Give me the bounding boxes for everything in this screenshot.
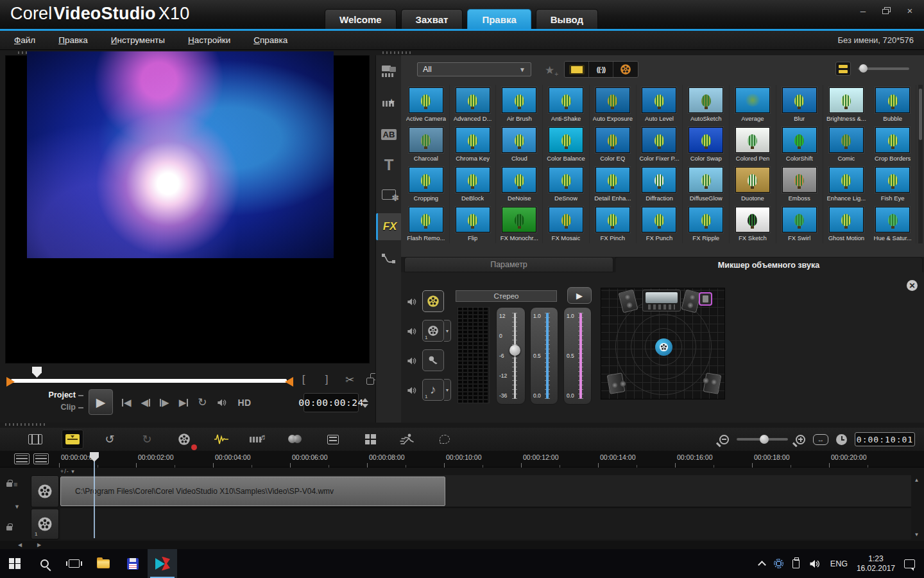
show-video-toggle[interactable] [565,62,589,77]
minimize-button[interactable]: – [858,6,868,15]
duration-clock-icon[interactable] [836,434,847,445]
effect-item[interactable]: Cloud [496,125,543,164]
effect-item[interactable]: Flip [450,204,497,243]
effect-item[interactable]: FX Sketch [730,204,776,243]
track-manager-icon[interactable] [14,453,30,464]
gallery-filter-dropdown[interactable]: All ▼ [417,62,531,76]
surround-fader[interactable]: 1.00.50.0 [563,307,592,405]
effect-item[interactable]: Air Brush [496,85,543,125]
thumbnail-size-slider[interactable] [858,67,909,70]
usb-device-icon[interactable] [792,559,800,568]
titles-button[interactable]: T [376,152,402,179]
menu-item[interactable]: Файл [14,35,35,45]
go-to-end-button[interactable]: ▶ [179,397,189,408]
redo-button[interactable]: ↻ [136,430,158,449]
taskbar-search-button[interactable] [30,549,59,578]
scroll-up-icon[interactable]: ▲ [914,477,920,483]
front-right-speaker-icon[interactable] [681,290,701,313]
selected-speaker-icon[interactable] [699,292,712,306]
effect-item[interactable]: Bubble [869,85,916,125]
effect-item[interactable]: Emboss [776,164,823,204]
video-track-select-button[interactable] [422,290,444,312]
track-lock-icon[interactable] [6,524,13,532]
tab-surround-mixer[interactable]: Микшер объемного звука [615,257,923,272]
fader-track[interactable] [546,313,549,399]
effect-item[interactable]: Diffraction [637,164,683,204]
tray-volume-icon[interactable] [809,558,821,570]
restore-button[interactable] [882,7,891,14]
effect-item[interactable]: DeNoise [496,164,543,204]
play-button[interactable]: ▶ [89,389,113,415]
timeline-timecode[interactable]: 0:00:10:01 [855,432,915,446]
timeline-zoom-slider[interactable] [737,438,788,441]
sound-mixer-button[interactable] [210,430,232,449]
motion-tracking-button[interactable] [397,430,418,449]
front-rear-fader[interactable]: 1.00.50.0 [530,307,558,405]
effect-item[interactable]: Color Swap [683,125,730,164]
overlay-options-button[interactable] [285,430,307,449]
tracks-scrollbar[interactable]: ▲▼ [912,475,921,539]
panel-divider[interactable] [0,423,924,428]
ripple-edit-icon[interactable]: ≡ [6,480,17,488]
menu-item[interactable]: Справка [253,35,287,45]
fader-track[interactable] [579,313,582,399]
instant-project-button[interactable]: ★ [376,90,402,117]
mark-out-button[interactable]: ] [320,373,333,387]
front-left-speaker-icon[interactable] [618,290,638,313]
storyboard-view-button[interactable] [24,430,46,449]
center-speaker-icon[interactable] [642,290,681,311]
effect-item[interactable]: Advanced D... [450,85,497,125]
tray-expand-icon[interactable] [758,561,766,569]
slider-knob[interactable] [859,64,868,73]
library-drag-handle[interactable] [382,51,411,54]
surround-sound-field[interactable] [601,288,725,399]
sound-position-puck[interactable] [655,338,672,356]
track-ripple-toggle[interactable]: +/- ▾ [60,468,75,475]
effect-item[interactable]: Enhance Lig... [823,164,870,204]
library-scrollbar[interactable] [918,85,923,243]
overlay-track-dropdown[interactable]: ▼ [444,320,451,342]
menu-item[interactable]: Настройки [188,35,230,45]
effect-item[interactable]: Auto Level [637,85,683,125]
multi-view-button[interactable] [359,430,381,449]
effect-item[interactable]: Anti-Shake [543,85,590,125]
effect-item[interactable]: Color Fixer P... [637,125,683,164]
show-audio-toggle[interactable]: ((·)) [589,62,613,77]
project-mode-label[interactable]: Project [44,390,83,399]
effect-item[interactable]: Color Balance [543,125,590,164]
file-explorer-button[interactable] [89,549,118,578]
media-library-button[interactable] [376,58,402,85]
effect-item[interactable]: Auto Exposure [590,85,637,125]
video-track-header[interactable] [31,475,59,507]
record-capture-button[interactable] [173,430,195,449]
expand-tracks-icon[interactable]: ▼ [14,504,20,510]
previous-frame-button[interactable]: ◀ [141,397,151,408]
voice-track-select-button[interactable] [422,349,444,371]
transitions-button[interactable]: AB [376,121,402,148]
effect-item[interactable]: FX Swirl [776,204,823,243]
scrubber-track[interactable] [11,379,287,383]
graphics-button[interactable]: ✽ [376,181,402,208]
effect-item[interactable]: Hue & Satur... [869,204,916,243]
voice-track-speaker-icon[interactable] [406,356,418,366]
effect-item[interactable]: Flash Remo... [403,204,450,243]
effect-item[interactable]: Average [730,85,776,125]
zoom-slider-knob[interactable] [760,435,769,444]
motion-path-button[interactable] [376,245,402,272]
effect-item[interactable]: Color EQ [590,125,637,164]
effect-item[interactable]: Blur [776,85,823,125]
track-list-icon[interactable] [33,453,49,464]
undo-button[interactable]: ↺ [99,430,121,449]
overlay-track-select-button[interactable]: 1 [422,320,444,342]
stereo-mode-select[interactable]: Стерео [456,290,557,302]
hd-preview-label[interactable]: HD [237,398,251,408]
scrubber-handle[interactable] [32,367,42,378]
effect-item[interactable]: DeBlock [450,164,497,204]
video-track-speaker-icon[interactable] [406,297,418,307]
close-panel-icon[interactable]: ✕ [907,280,918,291]
timeline-scroll-row[interactable]: ◀ ▶ [0,541,924,549]
mixer-play-button[interactable]: ▶ [567,287,592,304]
close-button[interactable]: × [905,6,915,15]
preview-timecode[interactable]: 00:00:00:24 [304,393,359,412]
effect-item[interactable]: Detail Enha... [590,164,637,204]
